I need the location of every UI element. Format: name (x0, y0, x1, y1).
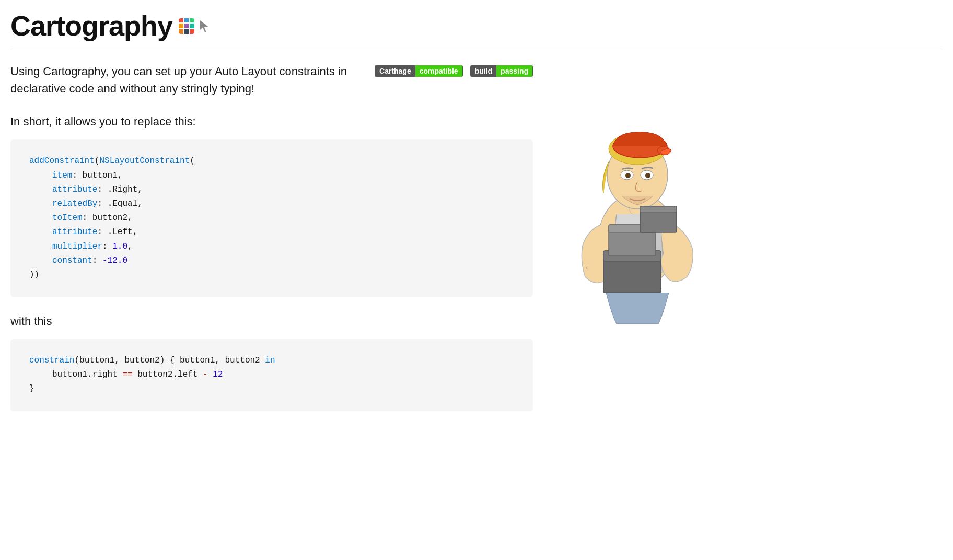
build-badge: build passing (470, 65, 533, 77)
svg-point-9 (625, 173, 631, 178)
code-block-1: addConstraint(NSLayoutConstraint( item: … (10, 139, 533, 297)
badges-area: Carthage compatible build passing (375, 65, 533, 77)
grid-cell (190, 18, 194, 23)
code-line: } (29, 382, 514, 396)
grid-cell (184, 18, 189, 23)
code-keyword: toItem (52, 213, 83, 223)
with-this-text: with this (10, 312, 533, 330)
content-area: Using Cartography, you can set up your A… (10, 63, 533, 426)
title-icons (179, 18, 212, 34)
svg-point-10 (645, 173, 650, 178)
code-keyword: relatedBy (52, 199, 97, 208)
code-line: relatedBy: .Equal, (29, 197, 514, 211)
code-keyword: NSLayoutConstraint (99, 156, 190, 166)
code-text: : .Right, (97, 185, 142, 194)
grid-cell (179, 24, 183, 28)
code-line: multiplier: 1.0, (29, 240, 514, 254)
code-text: (button1, button2) { button1, button2 (74, 356, 265, 365)
page-container: Cartography Usin (0, 0, 953, 448)
carthage-badge: Carthage compatible (375, 65, 463, 77)
code-text: : (102, 242, 112, 251)
code-line: toItem: button2, (29, 211, 514, 225)
code-number: -12.0 (102, 256, 127, 265)
code-line: constrain(button1, button2) { button1, b… (29, 354, 514, 368)
code-text: : button2, (83, 213, 133, 223)
carthage-badge-left: Carthage (375, 65, 415, 77)
code-number: 1.0 (112, 242, 127, 251)
code-keyword: constrain (29, 356, 74, 365)
code-text: } (29, 384, 34, 393)
grid-cell (184, 29, 189, 34)
code-keyword: item (52, 171, 72, 180)
code-keyword: multiplier (52, 242, 102, 251)
app-grid-icon (179, 18, 194, 34)
header-section: Cartography (10, 10, 943, 50)
description-row: Using Cartography, you can set up your A… (10, 63, 533, 97)
code-line: item: button1, (29, 169, 514, 183)
code-keyword: attribute (52, 227, 97, 237)
code-operator: - (203, 370, 208, 379)
grid-cell (190, 24, 194, 28)
svg-text:d: d (586, 265, 589, 270)
code-number: 12 (213, 370, 223, 379)
description-text: Using Cartography, you can set up your A… (10, 63, 354, 97)
svg-marker-0 (200, 20, 209, 32)
code-text: ( (190, 156, 195, 166)
code-operator: == (122, 370, 132, 379)
replace-intro-text: In short, it allows you to replace this: (10, 113, 533, 130)
code-text: : (92, 256, 102, 265)
page-title: Cartography (10, 10, 172, 41)
code-text: button1.right (52, 370, 122, 379)
code-keyword: attribute (52, 185, 97, 194)
cursor-icon (197, 19, 212, 33)
code-text: button2.left (133, 370, 203, 379)
illustration-area: d (554, 73, 721, 324)
code-text: : button1, (72, 171, 122, 180)
code-line: )) (29, 268, 514, 282)
code-line: attribute: .Left, (29, 225, 514, 239)
code-line: button1.right == button2.left - 12 (29, 368, 514, 382)
character-illustration: d (559, 73, 716, 324)
code-keyword: addConstraint (29, 156, 95, 166)
carthage-badge-right: compatible (415, 65, 462, 77)
code-line: attribute: .Right, (29, 183, 514, 197)
code-line: constant: -12.0 (29, 254, 514, 268)
code-keyword: constant (52, 256, 92, 265)
code-text: : .Equal, (97, 199, 142, 208)
code-block-2: constrain(button1, button2) { button1, b… (10, 339, 533, 411)
code-line: addConstraint(NSLayoutConstraint( (29, 154, 514, 168)
grid-cell (179, 29, 183, 34)
build-badge-right: passing (496, 65, 532, 77)
code-text: ( (95, 156, 100, 166)
code-text (208, 370, 213, 379)
grid-cell (179, 18, 183, 23)
code-text: )) (29, 270, 39, 279)
build-badge-left: build (471, 65, 496, 77)
grid-cell (184, 24, 189, 28)
code-text: : .Left, (97, 227, 137, 237)
code-keyword: in (265, 356, 275, 365)
svg-rect-16 (640, 206, 677, 213)
code-text: , (127, 242, 133, 251)
main-layout: Using Cartography, you can set up your A… (10, 63, 943, 426)
grid-cell (190, 29, 194, 34)
